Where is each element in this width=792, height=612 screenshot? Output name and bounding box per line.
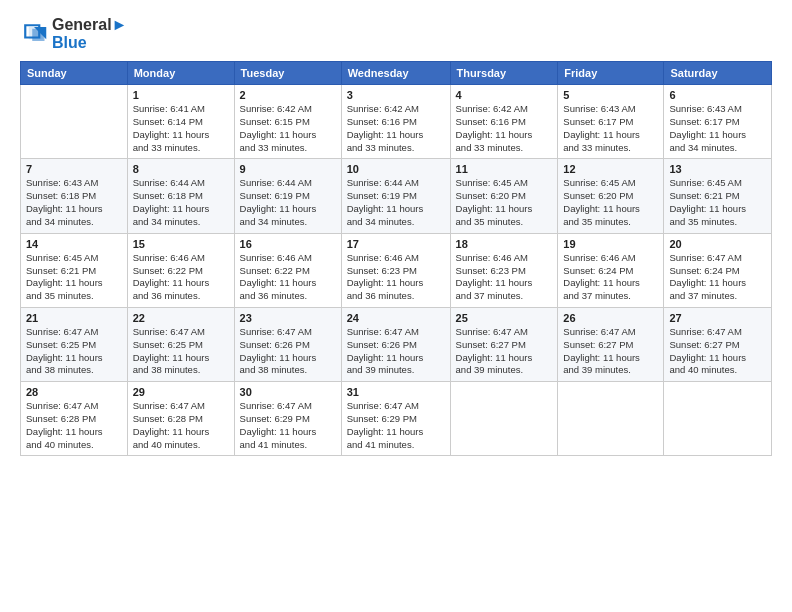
day-info: Sunrise: 6:46 AMSunset: 6:23 PMDaylight:… — [347, 252, 445, 303]
day-number: 26 — [563, 312, 658, 324]
calendar-cell: 10Sunrise: 6:44 AMSunset: 6:19 PMDayligh… — [341, 159, 450, 233]
day-number: 20 — [669, 238, 766, 250]
calendar-cell — [664, 382, 772, 456]
day-info: Sunrise: 6:44 AMSunset: 6:19 PMDaylight:… — [347, 177, 445, 228]
calendar-cell — [450, 382, 558, 456]
day-number: 27 — [669, 312, 766, 324]
calendar-cell: 19Sunrise: 6:46 AMSunset: 6:24 PMDayligh… — [558, 233, 664, 307]
calendar-cell: 20Sunrise: 6:47 AMSunset: 6:24 PMDayligh… — [664, 233, 772, 307]
day-number: 5 — [563, 89, 658, 101]
day-info: Sunrise: 6:45 AMSunset: 6:21 PMDaylight:… — [26, 252, 122, 303]
day-info: Sunrise: 6:43 AMSunset: 6:18 PMDaylight:… — [26, 177, 122, 228]
day-info: Sunrise: 6:42 AMSunset: 6:16 PMDaylight:… — [456, 103, 553, 154]
day-number: 15 — [133, 238, 229, 250]
day-number: 13 — [669, 163, 766, 175]
calendar-cell: 8Sunrise: 6:44 AMSunset: 6:18 PMDaylight… — [127, 159, 234, 233]
day-info: Sunrise: 6:45 AMSunset: 6:20 PMDaylight:… — [563, 177, 658, 228]
day-number: 24 — [347, 312, 445, 324]
day-number: 9 — [240, 163, 336, 175]
calendar-cell: 6Sunrise: 6:43 AMSunset: 6:17 PMDaylight… — [664, 85, 772, 159]
day-info: Sunrise: 6:44 AMSunset: 6:19 PMDaylight:… — [240, 177, 336, 228]
day-info: Sunrise: 6:46 AMSunset: 6:24 PMDaylight:… — [563, 252, 658, 303]
page: General► Blue SundayMondayTuesdayWednesd… — [0, 0, 792, 612]
calendar-cell: 1Sunrise: 6:41 AMSunset: 6:14 PMDaylight… — [127, 85, 234, 159]
weekday-header-saturday: Saturday — [664, 62, 772, 85]
week-row-1: 1Sunrise: 6:41 AMSunset: 6:14 PMDaylight… — [21, 85, 772, 159]
weekday-header-monday: Monday — [127, 62, 234, 85]
weekday-header-tuesday: Tuesday — [234, 62, 341, 85]
day-number: 14 — [26, 238, 122, 250]
calendar-cell: 12Sunrise: 6:45 AMSunset: 6:20 PMDayligh… — [558, 159, 664, 233]
calendar-cell: 14Sunrise: 6:45 AMSunset: 6:21 PMDayligh… — [21, 233, 128, 307]
calendar-cell: 16Sunrise: 6:46 AMSunset: 6:22 PMDayligh… — [234, 233, 341, 307]
calendar-cell: 29Sunrise: 6:47 AMSunset: 6:28 PMDayligh… — [127, 382, 234, 456]
day-info: Sunrise: 6:47 AMSunset: 6:24 PMDaylight:… — [669, 252, 766, 303]
calendar-cell: 30Sunrise: 6:47 AMSunset: 6:29 PMDayligh… — [234, 382, 341, 456]
calendar-cell: 2Sunrise: 6:42 AMSunset: 6:15 PMDaylight… — [234, 85, 341, 159]
day-info: Sunrise: 6:47 AMSunset: 6:28 PMDaylight:… — [133, 400, 229, 451]
calendar-cell: 21Sunrise: 6:47 AMSunset: 6:25 PMDayligh… — [21, 307, 128, 381]
calendar-cell: 7Sunrise: 6:43 AMSunset: 6:18 PMDaylight… — [21, 159, 128, 233]
calendar-cell: 31Sunrise: 6:47 AMSunset: 6:29 PMDayligh… — [341, 382, 450, 456]
week-row-5: 28Sunrise: 6:47 AMSunset: 6:28 PMDayligh… — [21, 382, 772, 456]
day-info: Sunrise: 6:44 AMSunset: 6:18 PMDaylight:… — [133, 177, 229, 228]
logo: General► Blue — [20, 16, 127, 51]
day-number: 19 — [563, 238, 658, 250]
day-info: Sunrise: 6:47 AMSunset: 6:25 PMDaylight:… — [26, 326, 122, 377]
day-number: 23 — [240, 312, 336, 324]
calendar-table: SundayMondayTuesdayWednesdayThursdayFrid… — [20, 61, 772, 456]
day-info: Sunrise: 6:46 AMSunset: 6:22 PMDaylight:… — [240, 252, 336, 303]
day-info: Sunrise: 6:46 AMSunset: 6:23 PMDaylight:… — [456, 252, 553, 303]
day-info: Sunrise: 6:47 AMSunset: 6:27 PMDaylight:… — [456, 326, 553, 377]
day-number: 12 — [563, 163, 658, 175]
logo-text: General► Blue — [52, 16, 127, 51]
day-info: Sunrise: 6:47 AMSunset: 6:29 PMDaylight:… — [240, 400, 336, 451]
day-info: Sunrise: 6:42 AMSunset: 6:15 PMDaylight:… — [240, 103, 336, 154]
calendar-cell — [21, 85, 128, 159]
day-number: 25 — [456, 312, 553, 324]
day-number: 4 — [456, 89, 553, 101]
day-info: Sunrise: 6:47 AMSunset: 6:27 PMDaylight:… — [563, 326, 658, 377]
day-number: 17 — [347, 238, 445, 250]
day-info: Sunrise: 6:43 AMSunset: 6:17 PMDaylight:… — [563, 103, 658, 154]
calendar-cell: 13Sunrise: 6:45 AMSunset: 6:21 PMDayligh… — [664, 159, 772, 233]
day-info: Sunrise: 6:45 AMSunset: 6:20 PMDaylight:… — [456, 177, 553, 228]
calendar-cell — [558, 382, 664, 456]
calendar-cell: 22Sunrise: 6:47 AMSunset: 6:25 PMDayligh… — [127, 307, 234, 381]
header: General► Blue — [20, 16, 772, 51]
day-number: 31 — [347, 386, 445, 398]
day-info: Sunrise: 6:45 AMSunset: 6:21 PMDaylight:… — [669, 177, 766, 228]
calendar-cell: 4Sunrise: 6:42 AMSunset: 6:16 PMDaylight… — [450, 85, 558, 159]
calendar-cell: 27Sunrise: 6:47 AMSunset: 6:27 PMDayligh… — [664, 307, 772, 381]
day-number: 3 — [347, 89, 445, 101]
day-info: Sunrise: 6:47 AMSunset: 6:26 PMDaylight:… — [347, 326, 445, 377]
calendar-cell: 28Sunrise: 6:47 AMSunset: 6:28 PMDayligh… — [21, 382, 128, 456]
calendar-cell: 11Sunrise: 6:45 AMSunset: 6:20 PMDayligh… — [450, 159, 558, 233]
day-info: Sunrise: 6:47 AMSunset: 6:29 PMDaylight:… — [347, 400, 445, 451]
day-number: 29 — [133, 386, 229, 398]
day-info: Sunrise: 6:47 AMSunset: 6:26 PMDaylight:… — [240, 326, 336, 377]
calendar-cell: 3Sunrise: 6:42 AMSunset: 6:16 PMDaylight… — [341, 85, 450, 159]
day-number: 8 — [133, 163, 229, 175]
day-number: 16 — [240, 238, 336, 250]
calendar-cell: 5Sunrise: 6:43 AMSunset: 6:17 PMDaylight… — [558, 85, 664, 159]
day-info: Sunrise: 6:41 AMSunset: 6:14 PMDaylight:… — [133, 103, 229, 154]
day-number: 11 — [456, 163, 553, 175]
day-number: 18 — [456, 238, 553, 250]
day-number: 2 — [240, 89, 336, 101]
calendar-cell: 15Sunrise: 6:46 AMSunset: 6:22 PMDayligh… — [127, 233, 234, 307]
day-info: Sunrise: 6:47 AMSunset: 6:25 PMDaylight:… — [133, 326, 229, 377]
day-info: Sunrise: 6:42 AMSunset: 6:16 PMDaylight:… — [347, 103, 445, 154]
day-number: 7 — [26, 163, 122, 175]
day-number: 1 — [133, 89, 229, 101]
day-info: Sunrise: 6:43 AMSunset: 6:17 PMDaylight:… — [669, 103, 766, 154]
weekday-header-friday: Friday — [558, 62, 664, 85]
calendar-cell: 9Sunrise: 6:44 AMSunset: 6:19 PMDaylight… — [234, 159, 341, 233]
weekday-header-wednesday: Wednesday — [341, 62, 450, 85]
week-row-4: 21Sunrise: 6:47 AMSunset: 6:25 PMDayligh… — [21, 307, 772, 381]
day-info: Sunrise: 6:46 AMSunset: 6:22 PMDaylight:… — [133, 252, 229, 303]
calendar-cell: 17Sunrise: 6:46 AMSunset: 6:23 PMDayligh… — [341, 233, 450, 307]
calendar-cell: 26Sunrise: 6:47 AMSunset: 6:27 PMDayligh… — [558, 307, 664, 381]
calendar-cell: 23Sunrise: 6:47 AMSunset: 6:26 PMDayligh… — [234, 307, 341, 381]
weekday-header-thursday: Thursday — [450, 62, 558, 85]
